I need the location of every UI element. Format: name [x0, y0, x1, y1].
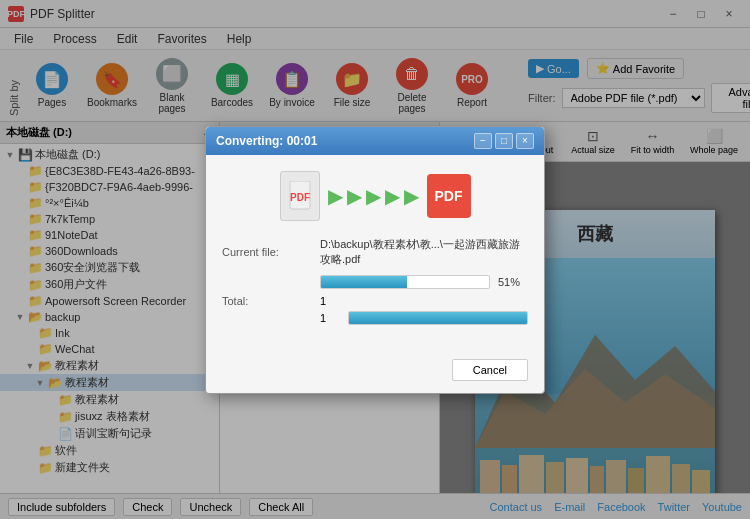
current-file-label: Current file: — [222, 246, 312, 258]
cancel-button[interactable]: Cancel — [452, 359, 528, 381]
dialog-controls: − □ × — [474, 133, 534, 149]
dialog-maximize-button[interactable]: □ — [495, 133, 513, 149]
total-count: 1 — [320, 312, 340, 324]
dialog-overlay: Converting: 00:01 − □ × PDF ▶ — [0, 0, 750, 519]
total-bar-wrap — [348, 311, 528, 325]
current-file-value: D:\backup\教程素材\教...\一起游西藏旅游攻略.pdf — [320, 237, 528, 267]
dialog-title: Converting: 00:01 — [216, 134, 317, 148]
dialog-close-button[interactable]: × — [516, 133, 534, 149]
progress-bar-row: 51% — [222, 275, 528, 289]
dialog-footer: Cancel — [206, 351, 544, 393]
dialog-content: PDF ▶ ▶ ▶ ▶ ▶ PDF Current file: — [206, 155, 544, 351]
progress-bar-fill — [321, 276, 407, 288]
total-row: Total: 1 — [222, 295, 528, 307]
converting-dialog: Converting: 00:01 − □ × PDF ▶ — [205, 126, 545, 394]
arrow-buttons-row: ▶ ▶ ▶ ▶ ▶ — [328, 184, 419, 208]
progress-bar-wrap — [320, 275, 490, 289]
dialog-title-bar: Converting: 00:01 − □ × — [206, 127, 544, 155]
total-bar-row: 1 — [222, 311, 528, 325]
pdf-dest-icon: PDF — [427, 174, 471, 218]
total-label: Total: — [222, 295, 312, 307]
pdf-source-icon: PDF — [280, 171, 320, 221]
arrow-5: ▶ — [404, 184, 419, 208]
progress-section: Current file: D:\backup\教程素材\教...\一起游西藏旅… — [222, 237, 528, 325]
total-value: 1 — [320, 295, 340, 307]
current-file-row: Current file: D:\backup\教程素材\教...\一起游西藏旅… — [222, 237, 528, 267]
arrow-4: ▶ — [385, 184, 400, 208]
total-bar-fill — [349, 312, 527, 324]
arrow-2: ▶ — [347, 184, 362, 208]
dialog-icons-row: PDF ▶ ▶ ▶ ▶ ▶ PDF — [222, 171, 528, 221]
svg-text:PDF: PDF — [290, 192, 310, 203]
arrow-3: ▶ — [366, 184, 381, 208]
progress-pct-value: 51% — [498, 276, 528, 288]
dialog-minimize-button[interactable]: − — [474, 133, 492, 149]
arrow-1: ▶ — [328, 184, 343, 208]
